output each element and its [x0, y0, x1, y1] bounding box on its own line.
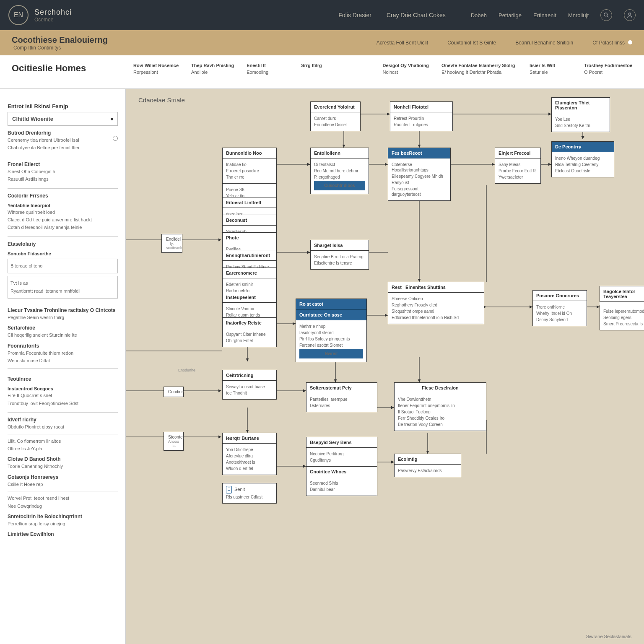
svg-line-1: [607, 16, 609, 18]
sb-h0: Entrot Isll Rkinsl Femjp: [8, 103, 118, 109]
page-title: Ocitieslie Homes: [12, 63, 121, 74]
node-n18b[interactable]: SenitRls uastneer Cdlast: [222, 483, 277, 504]
radio-icon[interactable]: [113, 136, 118, 141]
node-n6[interactable]: Fes boeReoot Cotebterse Hocallistrioranh…: [388, 148, 451, 201]
status-dot: [628, 40, 632, 44]
nav-pett[interactable]: Pettarilge: [499, 12, 522, 18]
subnav-3[interactable]: Beanrul Benahine Snitioin: [515, 40, 573, 46]
node-n5[interactable]: Entoliolienn Oi teotalsctRec Memrtf here…: [310, 148, 369, 194]
sidebar: Entrot Isll Rkinsl Femjp Clhitld Wioenit…: [0, 89, 126, 644]
logo-icon: EN: [8, 5, 29, 25]
node-n19[interactable]: Bsepyid Sery BensNeobive PertitrorgCgudi…: [306, 437, 377, 467]
topbar: EN Serchohci Ocemoe Folis Drasier Cray D…: [0, 0, 644, 30]
brand-sub: Ocemoe: [34, 17, 72, 23]
footer-text: Siwrane Seclastaniats: [586, 634, 631, 639]
nav-doben[interactable]: Dobeh: [471, 12, 487, 18]
node-n2[interactable]: Nonhell FlototelRetrest ProurtlinRuonted…: [390, 101, 453, 131]
btn-cusochtr[interactable]: Cusochtr dloos: [314, 181, 365, 190]
node-n12[interactable]: Ihatoriley RcisteOspyant Clter InheneOhi…: [222, 317, 277, 347]
subnav-4[interactable]: Cf Polast Iinss: [592, 40, 632, 46]
subnav-1[interactable]: Acrestla Foll Bent Uiclit: [377, 40, 428, 46]
brand: Serchohci Ocemoe: [34, 8, 72, 23]
subnav-2[interactable]: Couxtoniol Ist S Ginte: [447, 40, 496, 46]
subbar-sub: Comp Itlin Contimitys: [13, 45, 108, 51]
subbar: Cocothiese Enalouierng Comp Itlin Contim…: [0, 30, 644, 55]
footnote: Enodunhe: [174, 366, 197, 375]
node-n18[interactable]: Iesrqtr Burtane Yon DitioltrepeAfereylue…: [222, 433, 277, 475]
node-n20[interactable]: Gnoiritce WhoesSeenmod SihisDarinitul be…: [306, 466, 377, 496]
canvas-title: Cdaoelae Striale: [138, 96, 185, 104]
svg-point-0: [604, 13, 608, 16]
node-n21[interactable]: EcolmtigPasvrervy Estackainrds: [394, 454, 461, 477]
node-n9[interactable]: Sharget IslsaSeqatire B rott oca Pralrng…: [310, 240, 369, 270]
node-n13[interactable]: Posanre GnocruresTrere onthlorneWhehy It…: [532, 290, 587, 326]
node-n16[interactable]: Solterustemut PeiyPanterliesl arernpueDs…: [306, 382, 377, 412]
node-n8[interactable]: De PcontrryIneno Wheyon duandegRlda Tetr…: [551, 141, 614, 177]
sb-h1: Butrod Drenlorhig: [8, 130, 118, 136]
node-n3[interactable]: Elumgiery Thiet PissentnnYoe LseSnd Srei…: [551, 97, 610, 132]
topnav-right: Dobeh Pettarilge Ertinaenit Mnrollujt: [471, 9, 636, 21]
btn-nwrist[interactable]: Nwrist: [299, 349, 363, 358]
topnav: Folis Drasier Cray Drie Chart Cokes: [338, 12, 445, 18]
nav-mnr[interactable]: Mnrollujt: [568, 12, 589, 18]
tag-cond[interactable]: Condirie: [164, 387, 184, 397]
topnav-b[interactable]: Cray Drie Chart Cokes: [387, 12, 446, 18]
node-n14[interactable]: Bagolce Ishtol Teayerstea Fuise Ieperera…: [600, 286, 644, 330]
node-n11[interactable]: Ro st estot Ourristuee On sose Methrr e …: [296, 299, 367, 362]
node-n4[interactable]: Bunnonidlo Noo Inatidae fioE roeret poso…: [222, 148, 277, 203]
document-icon: [226, 486, 232, 493]
node-n17[interactable]: Fiese Deselraion Vhe OowiontthetnItener …: [394, 382, 486, 431]
context-strip: Ocitieslie Homes Rovi Wiliet RosemceRorp…: [0, 55, 644, 89]
sb-main-row[interactable]: Clhitld Wioenite: [8, 112, 118, 126]
tag-st[interactable]: SteontetAnooo Ist: [164, 432, 184, 451]
user-icon[interactable]: [624, 9, 636, 21]
node-n10[interactable]: Rest Einenites Shuttins Sbreese Oriticen…: [388, 282, 484, 324]
search-icon[interactable]: [600, 9, 612, 21]
topnav-a[interactable]: Folis Drasier: [338, 12, 371, 18]
svg-point-2: [628, 13, 631, 15]
node-n1[interactable]: Evorelend YololrutCanret dursEnundlene D…: [310, 101, 361, 131]
node-n15[interactable]: CeitrtricningSewayt a csrot Iuasetee Tho…: [222, 370, 277, 400]
tag-encl[interactable]: Enclidelly. scotteanlt: [161, 234, 182, 253]
brand-title: Serchohci: [34, 8, 72, 17]
subbar-title: Cocothiese Enalouierng: [12, 35, 108, 45]
node-n7[interactable]: Einjert FrecoslSany MieasProrbe Feoor Eo…: [495, 148, 541, 184]
diagram-canvas: Cdaoelae Striale: [126, 89, 644, 644]
nav-ert[interactable]: Ertinaenit: [533, 12, 556, 18]
